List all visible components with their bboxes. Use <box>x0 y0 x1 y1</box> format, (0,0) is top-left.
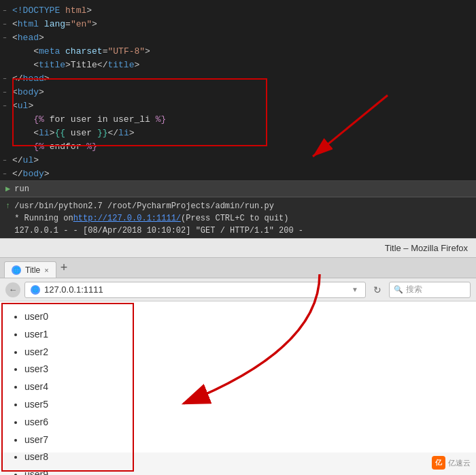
code-line-6: – </head> <box>0 72 476 86</box>
user-list-item: user6 <box>24 414 465 431</box>
code-line-3: – <head> <box>0 31 476 45</box>
code-line-1: – <!DOCTYPE html> <box>0 4 476 18</box>
fold-arrow: – <box>3 167 12 179</box>
run-status-suffix: (Press CTRL+C to quit) <box>181 212 288 225</box>
fold-arrow: – <box>3 154 12 165</box>
search-bar[interactable]: 🔍 搜索 <box>389 282 471 298</box>
user-list: user0user1user2user3user4user5user6user7… <box>11 308 465 475</box>
user-list-item: user4 <box>24 378 465 396</box>
run-output: ↑ /usr/bin/python2.7 /root/PycharmProjec… <box>0 197 476 240</box>
url-bar[interactable]: 🌐 127.0.0.1:1111 ▼ <box>24 282 366 298</box>
run-icon: ▶ <box>5 184 10 194</box>
firefox-tab-title[interactable]: 🌐 Title × <box>4 261 56 278</box>
fold-arrow: – <box>3 86 12 97</box>
watermark-icon: 亿 <box>432 456 445 470</box>
user-list-item: user7 <box>24 431 465 449</box>
firefox-window-title: Title – Mozilla Firefox <box>385 243 468 253</box>
url-text: 127.0.0.1:1111 <box>44 284 103 295</box>
back-button[interactable]: ← <box>5 282 20 297</box>
code-line-12: – </ul> <box>0 154 476 167</box>
refresh-button[interactable]: ↻ <box>370 282 385 297</box>
fold-arrow: – <box>3 4 12 16</box>
firefox-title-bar: Title – Mozilla Firefox <box>0 238 476 257</box>
code-editor: – <!DOCTYPE html> – <html lang="en"> – <… <box>0 0 476 180</box>
run-tab: ▶ run <box>0 181 476 197</box>
editor-content: – <!DOCTYPE html> – <html lang="en"> – <… <box>0 0 476 180</box>
code-line-7: – <body> <box>0 86 476 99</box>
tab-globe-icon: 🌐 <box>12 265 21 275</box>
fold-arrow <box>3 59 12 60</box>
watermark-text: 亿速云 <box>448 458 471 468</box>
url-dropdown-icon[interactable]: ▼ <box>350 285 360 295</box>
user-list-item: user8 <box>24 448 465 466</box>
run-url-link[interactable]: http://127.0.0.1:1111/ <box>73 212 181 225</box>
user-list-item: user2 <box>24 344 465 361</box>
browser-content: user0user1user2user3user4user5user6user7… <box>0 301 476 453</box>
user-list-item: user0 <box>24 308 465 326</box>
firefox-nav-bar: ← 🌐 127.0.0.1:1111 ▼ ↻ 🔍 搜索 <box>0 278 476 301</box>
fold-arrow: – <box>3 99 12 111</box>
fold-arrow: – <box>3 31 12 43</box>
run-status-prefix: * Running on <box>14 212 73 225</box>
fold-arrow <box>3 140 12 142</box>
watermark: 亿 亿速云 <box>432 456 471 470</box>
run-line-3: 127.0.0.1 - - [08/Apr/2018 10:10:02] "GE… <box>5 225 471 237</box>
run-line-2: * Running on http://127.0.0.1:1111/ (Pre… <box>5 212 471 225</box>
run-line-1: ↑ /usr/bin/python2.7 /root/PycharmProjec… <box>5 200 471 212</box>
user-list-item: user3 <box>24 361 465 378</box>
search-placeholder: 搜索 <box>406 284 422 295</box>
run-spacer2 <box>5 225 10 237</box>
user-list-item: user5 <box>24 396 465 414</box>
code-line-5: <title>Title</title> <box>0 59 476 72</box>
new-tab-button[interactable]: + <box>58 261 71 275</box>
tab-title-label: Title <box>25 265 40 275</box>
firefox-tab-bar: 🌐 Title × + <box>0 258 476 278</box>
tab-close-button[interactable]: × <box>44 266 48 274</box>
url-globe-icon: 🌐 <box>31 285 40 295</box>
fold-arrow: – <box>3 72 12 84</box>
code-line-9: {% for user in user_li %} <box>0 113 476 127</box>
fold-arrow <box>3 127 12 128</box>
up-arrow-icon: ↑ <box>5 200 10 212</box>
code-line-11: {% endfor %} <box>0 140 476 154</box>
user-list-item: user1 <box>24 326 465 344</box>
run-command: /usr/bin/python2.7 /root/PycharmProjects… <box>14 200 274 212</box>
fold-arrow <box>3 113 12 114</box>
search-icon: 🔍 <box>394 285 403 294</box>
code-line-10: <li>{{ user }}</li> <box>0 127 476 140</box>
code-line-4: <meta charset="UTF-8"> <box>0 45 476 59</box>
user-list-item: user9 <box>24 466 465 475</box>
run-spacer <box>5 212 10 225</box>
fold-arrow: – <box>3 18 12 29</box>
firefox-window: 🌐 Title × + ← 🌐 127.0.0.1:1111 ▼ ↻ 🔍 搜索 … <box>0 257 476 475</box>
code-line-13: – </body> <box>0 167 476 180</box>
run-tab-label: run <box>14 184 29 194</box>
code-line-2: – <html lang="en"> <box>0 18 476 31</box>
code-line-8: – <ul> <box>0 99 476 113</box>
run-panel: ▶ run ↑ /usr/bin/python2.7 /root/Pycharm… <box>0 180 476 238</box>
fold-arrow <box>3 45 12 46</box>
run-log: 127.0.0.1 - - [08/Apr/2018 10:10:02] "GE… <box>14 225 303 237</box>
